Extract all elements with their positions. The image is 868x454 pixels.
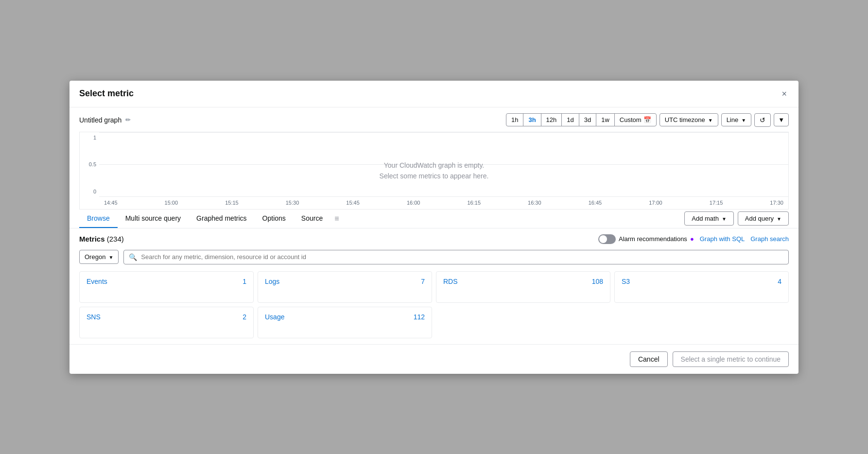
metric-card-usage-header: Usage 112 <box>265 313 425 321</box>
y-label-0: 0 <box>83 189 96 194</box>
metric-card-empty-1 <box>436 307 610 338</box>
region-label: Oregon <box>85 253 105 261</box>
metrics-word: Metrics <box>79 235 105 243</box>
x-label-1645: 16:45 <box>589 200 602 206</box>
metric-card-logs-name[interactable]: Logs <box>265 278 279 285</box>
alarm-toggle[interactable] <box>598 234 616 244</box>
metrics-controls: Alarm recommendations ● Graph with SQL G… <box>598 234 789 244</box>
graph-search-button[interactable]: Graph search <box>750 235 789 243</box>
more-options-button[interactable]: ▼ <box>774 113 789 126</box>
region-select[interactable]: Oregon <box>79 250 119 264</box>
metric-card-sns-count: 2 <box>243 313 246 321</box>
x-label-1700: 17:00 <box>649 200 662 206</box>
graph-toolbar: Untitled graph ✏ 1h 3h 12h 1d 3d 1w Cust… <box>79 113 789 127</box>
graph-section: Untitled graph ✏ 1h 3h 12h 1d 3d 1w Cust… <box>69 107 799 210</box>
tab-browse[interactable]: Browse <box>79 210 118 228</box>
x-label-1500: 15:00 <box>165 200 178 206</box>
metric-card-events[interactable]: Events 1 <box>79 271 254 303</box>
y-label-1: 1 <box>83 135 96 140</box>
metric-card-s3-name[interactable]: S3 <box>622 278 630 285</box>
cancel-button[interactable]: Cancel <box>630 351 668 367</box>
add-query-chevron <box>777 215 781 222</box>
search-box: 🔍 <box>123 250 789 264</box>
x-label-1545: 15:45 <box>346 200 360 206</box>
x-label-1515: 15:15 <box>225 200 239 206</box>
metric-card-usage-name[interactable]: Usage <box>265 313 284 321</box>
modal-header: Select metric × <box>69 81 799 107</box>
modal-footer: Cancel Select a single metric to continu… <box>69 344 799 374</box>
metrics-grid-row1: Events 1 Logs 7 RDS 108 <box>79 271 789 303</box>
chart-x-axis: 14:45 15:00 15:15 15:30 15:45 16:00 16:1… <box>99 197 788 209</box>
search-input[interactable] <box>141 253 783 261</box>
view-type-select[interactable]: Line <box>721 113 751 126</box>
timezone-select[interactable]: UTC timezone <box>660 113 718 126</box>
time-range-group: 1h 3h 12h 1d 3d 1w Custom 📅 <box>506 113 657 126</box>
add-query-button[interactable]: Add query <box>738 211 789 226</box>
modal-overlay: Select metric × Untitled graph ✏ 1h 3h 1… <box>0 0 868 454</box>
metric-card-sns[interactable]: SNS 2 <box>79 307 254 338</box>
time-3h[interactable]: 3h <box>523 114 541 126</box>
metrics-section: Metrics (234) Alarm recommendations ● Gr… <box>69 228 799 344</box>
time-1d[interactable]: 1d <box>562 114 579 126</box>
tabs-section: Browse Multi source query Graphed metric… <box>69 210 799 228</box>
time-12h[interactable]: 12h <box>541 114 562 126</box>
timezone-label: UTC timezone <box>665 116 705 123</box>
info-icon[interactable]: ● <box>690 235 694 243</box>
empty-line2: Select some metrics to appear here. <box>380 171 489 181</box>
modal-title: Select metric <box>79 88 134 99</box>
tab-multi-source[interactable]: Multi source query <box>118 210 189 228</box>
alarm-label: Alarm recommendations <box>619 235 687 243</box>
tab-options[interactable]: Options <box>255 210 294 228</box>
x-label-1530: 15:30 <box>286 200 299 206</box>
metric-card-s3[interactable]: S3 4 <box>614 271 789 303</box>
calendar-icon: 📅 <box>643 116 651 123</box>
tab-graphed-metrics[interactable]: Graphed metrics <box>189 210 254 228</box>
metric-card-usage-count: 112 <box>414 313 425 321</box>
metric-card-sns-name[interactable]: SNS <box>87 313 101 321</box>
graph-title-area: Untitled graph ✏ <box>79 116 131 124</box>
region-chevron <box>108 253 113 261</box>
metrics-grid-row2: SNS 2 Usage 112 <box>79 307 789 338</box>
refresh-button[interactable]: ↺ <box>754 113 771 127</box>
metrics-count: (234) <box>107 235 124 243</box>
tabs-left: Browse Multi source query Graphed metric… <box>79 210 343 228</box>
toggle-slider <box>598 234 616 244</box>
alarm-toggle-group: Alarm recommendations ● <box>598 234 694 244</box>
metrics-title: Metrics (234) <box>79 235 124 243</box>
tabs-right: Add math Add query <box>684 211 789 226</box>
time-1w[interactable]: 1w <box>596 114 615 126</box>
chart-container: 1 0.5 0 Your CloudWatch graph is empty. … <box>79 132 789 210</box>
drag-handle-icon[interactable]: ≡ <box>330 214 343 223</box>
graph-title: Untitled graph <box>79 116 122 124</box>
metric-card-logs[interactable]: Logs 7 <box>258 271 432 303</box>
x-label-1445: 14:45 <box>104 200 118 206</box>
metric-card-rds[interactable]: RDS 108 <box>436 271 610 303</box>
timezone-chevron <box>708 116 713 123</box>
add-math-button[interactable]: Add math <box>684 211 734 226</box>
edit-icon[interactable]: ✏ <box>125 116 131 123</box>
close-button[interactable]: × <box>780 87 789 100</box>
metric-card-rds-count: 108 <box>592 278 603 285</box>
metrics-header: Metrics (234) Alarm recommendations ● Gr… <box>79 234 789 244</box>
search-row: Oregon 🔍 <box>79 250 789 264</box>
x-label-1730: 17:30 <box>770 200 783 206</box>
tab-source[interactable]: Source <box>294 210 330 228</box>
time-1h[interactable]: 1h <box>506 114 523 126</box>
metric-card-sns-header: SNS 2 <box>87 313 246 321</box>
modal: Select metric × Untitled graph ✏ 1h 3h 1… <box>69 81 799 374</box>
time-3d[interactable]: 3d <box>579 114 596 126</box>
metric-card-logs-header: Logs 7 <box>265 278 425 285</box>
select-metric-button[interactable]: Select a single metric to continue <box>673 351 789 367</box>
metric-card-events-name[interactable]: Events <box>87 278 107 285</box>
graph-sql-button[interactable]: Graph with SQL <box>700 235 745 243</box>
x-label-1600: 16:00 <box>407 200 420 206</box>
metric-card-usage[interactable]: Usage 112 <box>258 307 432 338</box>
metric-card-rds-name[interactable]: RDS <box>443 278 458 285</box>
view-type-label: Line <box>727 116 739 123</box>
chart-empty-text: Your CloudWatch graph is empty. Select s… <box>380 159 489 181</box>
time-custom[interactable]: Custom 📅 <box>615 114 656 126</box>
empty-line1: Your CloudWatch graph is empty. <box>380 159 489 170</box>
metric-card-events-header: Events 1 <box>87 278 246 285</box>
add-query-label: Add query <box>745 215 774 222</box>
search-icon: 🔍 <box>129 253 137 261</box>
